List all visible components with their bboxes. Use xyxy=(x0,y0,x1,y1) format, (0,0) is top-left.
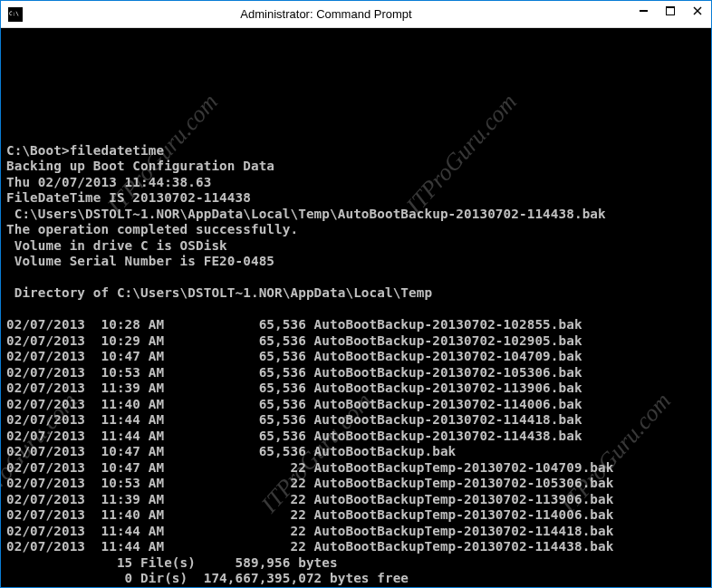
watermark: ITProGuru.com xyxy=(260,391,373,515)
watermark: ITProGuru.com xyxy=(1,391,79,515)
close-icon xyxy=(693,3,702,19)
window-title: Administrator: Command Prompt xyxy=(23,7,711,21)
cmd-icon xyxy=(8,7,23,22)
watermark: ITProGuru.com xyxy=(405,92,518,216)
watermark: ITProGuru.com xyxy=(106,92,219,216)
terminal-output[interactable]: ITProGuru.com ITProGuru.com ITProGuru.co… xyxy=(1,28,711,587)
maximize-icon xyxy=(666,6,675,15)
titlebar[interactable]: Administrator: Command Prompt xyxy=(1,1,711,28)
minimize-button[interactable] xyxy=(630,1,657,21)
watermark: ITProGuru.com xyxy=(559,391,672,515)
window-controls xyxy=(630,1,711,21)
maximize-button[interactable] xyxy=(657,1,684,21)
minimize-icon xyxy=(640,10,648,12)
close-button[interactable] xyxy=(684,1,711,21)
command-prompt-window: Administrator: Command Prompt ITProGuru.… xyxy=(0,0,712,588)
